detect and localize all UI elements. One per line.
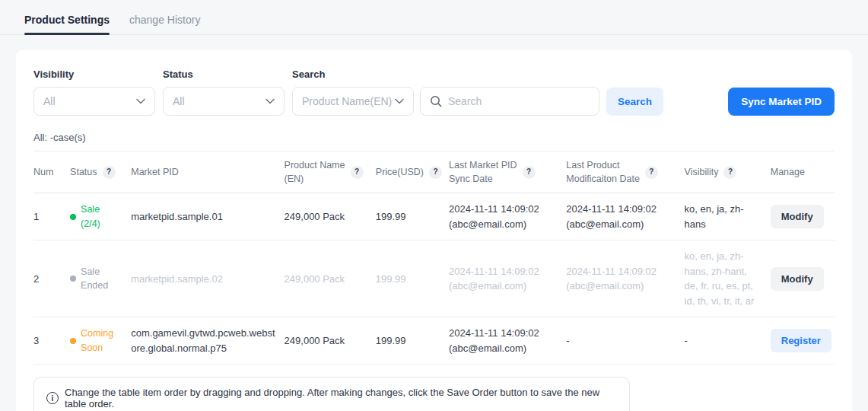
status-filter-group: Status All xyxy=(163,68,285,116)
table-header-row: Num Status ? Market PID Product Name(EN)… xyxy=(33,151,835,193)
cell-market-pid: marketpid.sample.02 xyxy=(131,241,284,317)
search-type-select[interactable]: Product Name(EN) xyxy=(292,87,414,116)
visibility-filter-group: Visibility All xyxy=(33,68,155,116)
cell-product-name: 249,000 Pack xyxy=(285,317,376,365)
cell-last-modified: 2024-11-11 14:09:02 (abc@email.com) xyxy=(566,241,684,317)
cell-product-name: 249,000 Pack xyxy=(285,241,376,317)
cell-last-modified: - xyxy=(566,317,684,365)
search-type-value: Product Name(EN) xyxy=(302,95,392,107)
cell-num: 1 xyxy=(33,193,70,241)
help-icon[interactable]: ? xyxy=(523,166,536,179)
help-icon[interactable]: ? xyxy=(645,166,658,179)
status-dot-icon xyxy=(70,214,76,220)
header-status: Status ? xyxy=(70,151,131,193)
cell-market-pid: com.gamevil.gvtwd.pcweb.webstore.global.… xyxy=(131,317,284,365)
cell-num: 2 xyxy=(33,241,70,317)
chevron-down-icon xyxy=(265,98,275,104)
visibility-filter-value: All xyxy=(43,95,56,107)
cell-last-sync: 2024-11-11 14:09:02 (abc@email.com) xyxy=(449,317,566,365)
cell-status: Sale(2/4) xyxy=(70,193,131,241)
table-row[interactable]: 2 Sale Ended marketpid.sample.02 249,000… xyxy=(33,241,835,317)
header-manage: Manage xyxy=(771,151,835,193)
drag-drop-info-box: i Change the table item order by draggin… xyxy=(33,377,630,411)
modify-button[interactable]: Modify xyxy=(771,267,824,291)
visibility-filter-label: Visibility xyxy=(33,68,155,80)
register-button[interactable]: Register xyxy=(771,329,831,352)
tab-change-history[interactable]: change History xyxy=(129,14,200,34)
sync-market-pid-button[interactable]: Sync Market PID xyxy=(728,88,835,116)
cell-num: 3 xyxy=(33,317,70,365)
cell-status: Sale Ended xyxy=(70,241,131,317)
modify-button[interactable]: Modify xyxy=(771,205,824,228)
cell-product-name: 249,000 Pack xyxy=(285,193,376,241)
cell-price: 199.99 xyxy=(376,193,449,241)
cell-price: 199.99 xyxy=(376,317,449,365)
cell-manage: Register xyxy=(771,317,835,365)
status-filter-label: Status xyxy=(163,68,285,80)
filter-bar: Visibility All Status All Search Product… xyxy=(33,68,835,116)
cell-last-sync: 2024-11-11 14:09:02 (abc@email.com) xyxy=(449,193,566,241)
header-last-modification-date: Last ProductModificaiton Date ? xyxy=(566,151,684,193)
help-icon[interactable]: ? xyxy=(103,166,116,179)
visibility-filter-select[interactable]: All xyxy=(33,87,155,116)
tab-bar: Product Settings change History xyxy=(0,0,868,35)
drag-drop-info-text: Change the table item order by dragging … xyxy=(65,387,617,409)
status-dot-icon xyxy=(70,276,76,282)
cell-market-pid: marketpid.sample.01 xyxy=(131,193,284,241)
status-filter-select[interactable]: All xyxy=(163,87,285,116)
product-table: Num Status ? Market PID Product Name(EN)… xyxy=(33,151,835,365)
header-market-pid: Market PID xyxy=(131,151,284,193)
table-row[interactable]: 1 Sale(2/4) marketpid.sample.01 249,000 … xyxy=(33,193,835,241)
cell-manage: Modify xyxy=(771,241,835,317)
cell-last-sync: 2024-11-11 14:09:02 (abc@email.com) xyxy=(449,241,566,317)
product-settings-panel: Visibility All Status All Search Product… xyxy=(16,50,852,411)
search-input[interactable] xyxy=(448,95,590,107)
header-price: Price(USD) ? xyxy=(376,151,449,193)
tab-product-settings[interactable]: Product Settings xyxy=(24,14,110,34)
help-icon[interactable]: ? xyxy=(723,166,736,179)
header-num: Num xyxy=(33,151,70,193)
search-filter-group: Search Product Name(EN) Search xyxy=(292,68,663,116)
cell-price: 199.99 xyxy=(376,241,449,317)
chevron-down-icon xyxy=(395,98,404,104)
search-input-wrap xyxy=(420,87,599,116)
cell-visibility: - xyxy=(685,317,771,365)
cell-status: ComingSoon xyxy=(70,317,131,365)
case-count-summary: All: -case(s) xyxy=(33,132,835,143)
table-row[interactable]: 3 ComingSoon com.gamevil.gvtwd.pcweb.web… xyxy=(33,317,835,365)
help-icon[interactable]: ? xyxy=(351,166,364,179)
info-icon: i xyxy=(46,392,59,404)
cell-visibility: ko, en, ja, zh-hans xyxy=(685,193,771,241)
header-last-sync-date: Last Market PIDSync Date ? xyxy=(449,151,566,193)
status-filter-value: All xyxy=(173,95,185,107)
header-visibility: Visibility ? xyxy=(685,151,771,193)
status-dot-icon xyxy=(70,338,76,344)
cell-last-modified: 2024-11-11 14:09:02 (abc@email.com) xyxy=(566,193,684,241)
cell-manage: Modify xyxy=(771,193,835,241)
search-icon xyxy=(430,95,442,107)
cell-visibility: ko, en, ja, zh-hans, zh-hant, de, fr, ru… xyxy=(685,241,771,317)
header-product-name: Product Name(EN) ? xyxy=(285,151,376,193)
chevron-down-icon xyxy=(136,98,145,104)
help-icon[interactable]: ? xyxy=(429,166,442,179)
search-filter-label: Search xyxy=(292,68,663,80)
search-button[interactable]: Search xyxy=(606,88,663,116)
